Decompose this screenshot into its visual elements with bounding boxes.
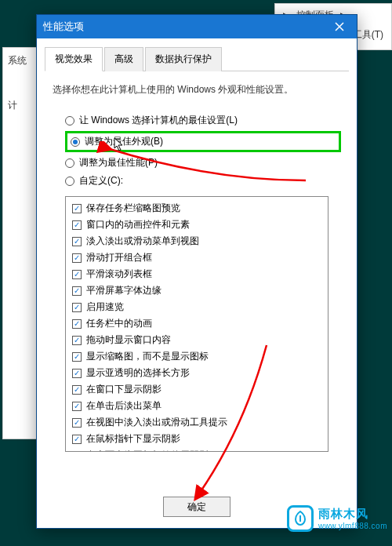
check-label: 在窗口下显示阴影 (86, 383, 162, 396)
check-label: 显示亚透明的选择长方形 (86, 366, 190, 380)
check-label: 显示缩略图，而不是显示图标 (86, 350, 209, 363)
check-item[interactable]: 在桌面上为图标标签使用阴影 (72, 447, 321, 452)
options-listbox[interactable]: 保存任务栏缩略图预览窗口内的动画控件和元素淡入淡出或滑动菜单到视图滑动打开组合框… (65, 196, 328, 452)
checkbox-icon (72, 402, 82, 411)
checkbox-icon (72, 303, 82, 312)
check-label: 在单击后淡出菜单 (86, 399, 162, 413)
check-item[interactable]: 启用速览 (72, 299, 321, 315)
checkbox-icon (72, 336, 82, 345)
tab-visual-effects[interactable]: 视觉效果 (45, 47, 103, 71)
radio-group: 让 Windows 选择计算机的最佳设置(L) 调整为最佳外观(B) 调整为最佳… (65, 111, 341, 190)
tab-strip: 视觉效果 高级 数据执行保护 (45, 46, 349, 71)
check-label: 平滑滚动列表框 (86, 268, 152, 281)
checkbox-icon (72, 270, 82, 279)
performance-options-dialog: 性能选项 视觉效果 高级 数据执行保护 选择你想在此计算机上使用的 Window… (36, 14, 358, 529)
check-item[interactable]: 在鼠标指针下显示阴影 (72, 431, 321, 447)
description-text: 选择你想在此计算机上使用的 Windows 外观和性能设置。 (53, 82, 341, 97)
check-item[interactable]: 在单击后淡出菜单 (72, 398, 321, 414)
checkbox-icon (72, 435, 82, 444)
check-item[interactable]: 在窗口下显示阴影 (72, 381, 321, 398)
check-label: 保存任务栏缩略图预览 (86, 202, 180, 215)
check-item[interactable]: 平滑滚动列表框 (72, 266, 321, 282)
radio-icon (65, 177, 74, 186)
check-label: 启用速览 (86, 300, 124, 314)
checkbox-icon (72, 204, 82, 213)
watermark: 雨林木风 www.ylmf888.com (287, 505, 387, 532)
checkbox-icon (72, 319, 82, 329)
check-item[interactable]: 显示亚透明的选择长方形 (72, 365, 321, 381)
check-label: 在视图中淡入淡出或滑动工具提示 (86, 416, 227, 429)
check-item[interactable]: 在视图中淡入淡出或滑动工具提示 (72, 414, 321, 431)
checkbox-icon (72, 369, 82, 378)
radio-label: 调整为最佳外观(B) (85, 135, 163, 148)
radio-icon (71, 137, 80, 147)
check-label: 平滑屏幕字体边缘 (86, 284, 162, 297)
watermark-url: www.ylmf888.com (318, 522, 387, 530)
watermark-logo-icon (287, 505, 314, 532)
check-item[interactable]: 显示缩略图，而不是显示图标 (72, 348, 321, 365)
check-label: 在鼠标指针下显示阴影 (86, 432, 180, 446)
check-label: 在桌面上为图标标签使用阴影 (86, 449, 209, 452)
titlebar: 性能选项 (37, 15, 357, 38)
check-label: 滑动打开组合框 (86, 251, 152, 264)
watermark-brand: 雨林木风 (318, 507, 387, 522)
checkbox-icon (72, 220, 82, 230)
checkbox-icon (72, 237, 82, 246)
dialog-title: 性能选项 (43, 20, 328, 34)
ok-button[interactable]: 确定 (163, 497, 230, 517)
check-label: 窗口内的动画控件和元素 (86, 218, 190, 231)
check-item[interactable]: 平滑屏幕字体边缘 (72, 282, 321, 299)
tab-content: 选择你想在此计算机上使用的 Windows 外观和性能设置。 让 Windows… (37, 71, 357, 486)
radio-label: 让 Windows 选择计算机的最佳设置(L) (79, 114, 238, 127)
close-button[interactable] (328, 17, 350, 36)
checkbox-icon (72, 418, 82, 428)
check-item[interactable]: 滑动打开组合框 (72, 249, 321, 266)
check-item[interactable]: 保存任务栏缩略图预览 (72, 200, 321, 217)
check-item[interactable]: 窗口内的动画控件和元素 (72, 217, 321, 233)
checkbox-icon (72, 286, 82, 296)
checkbox-icon (72, 253, 82, 263)
check-label: 任务栏中的动画 (86, 317, 152, 330)
radio-label: 调整为最佳性能(P) (79, 156, 158, 169)
radio-let-windows-choose[interactable]: 让 Windows 选择计算机的最佳设置(L) (65, 111, 341, 129)
radio-best-appearance[interactable]: 调整为最佳外观(B) (65, 131, 341, 152)
check-item[interactable]: 拖动时显示窗口内容 (72, 332, 321, 348)
radio-best-performance[interactable]: 调整为最佳性能(P) (65, 154, 341, 172)
check-item[interactable]: 任务栏中的动画 (72, 315, 321, 332)
tab-dep[interactable]: 数据执行保护 (145, 47, 222, 71)
tab-advanced[interactable]: 高级 (104, 47, 143, 71)
radio-icon (65, 116, 74, 126)
check-label: 淡入淡出或滑动菜单到视图 (86, 235, 199, 248)
radio-icon (65, 158, 74, 168)
radio-label: 自定义(C): (79, 174, 123, 187)
checkbox-icon (72, 385, 82, 395)
check-label: 拖动时显示窗口内容 (86, 333, 171, 347)
checkbox-icon (72, 451, 82, 453)
radio-custom[interactable]: 自定义(C): (65, 172, 341, 190)
checkbox-icon (72, 352, 82, 362)
check-item[interactable]: 淡入淡出或滑动菜单到视图 (72, 233, 321, 249)
